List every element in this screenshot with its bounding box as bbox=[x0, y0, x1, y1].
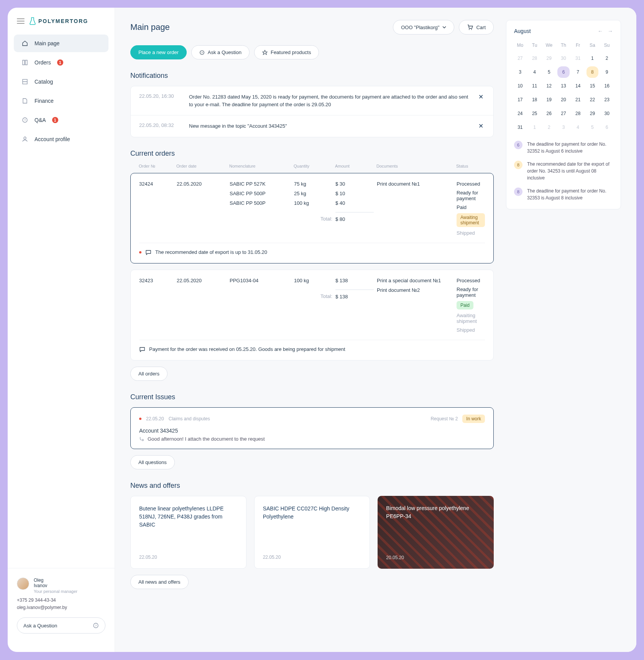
calendar-day[interactable]: 6 bbox=[601, 122, 613, 133]
news-card[interactable]: SABIC HDPE CC027C High Density Polyethyl… bbox=[254, 496, 370, 569]
calendar-day[interactable]: 28 bbox=[572, 108, 584, 119]
orders-header: Order № Order date Nomenclature Quantity… bbox=[130, 164, 494, 173]
news-date: 22.05.20 bbox=[263, 555, 361, 560]
button-label: All orders bbox=[138, 371, 159, 377]
calendar-day[interactable]: 17 bbox=[514, 94, 526, 105]
calendar-day[interactable]: 30 bbox=[601, 108, 613, 119]
calendar-day[interactable]: 9 bbox=[601, 66, 613, 78]
calendar-day[interactable]: 16 bbox=[601, 80, 613, 92]
col-quantity: Quantity bbox=[294, 164, 332, 168]
reply-icon bbox=[139, 436, 145, 441]
nav-orders[interactable]: Orders 1 bbox=[14, 54, 108, 71]
company-selector[interactable]: OOO "Plastikorg" bbox=[393, 20, 454, 35]
place-order-button[interactable]: Place a new order bbox=[130, 45, 187, 59]
nav-profile[interactable]: Account profile bbox=[14, 130, 108, 148]
ask-question-button-top[interactable]: ? Ask a Question bbox=[191, 45, 250, 59]
calendar-day[interactable]: 4 bbox=[529, 66, 541, 78]
nav-finance[interactable]: Finance bbox=[14, 92, 108, 110]
calendar-day[interactable]: 30 bbox=[557, 53, 570, 64]
menu-icon[interactable] bbox=[17, 18, 25, 24]
calendar-day[interactable]: 31 bbox=[572, 53, 584, 64]
calendar-day[interactable]: 14 bbox=[572, 80, 584, 92]
nav-catalog[interactable]: Catalog bbox=[14, 73, 108, 91]
calendar-events: 6The deadline for payment for order No. … bbox=[514, 141, 613, 201]
notification-text: New message in the topic "Account 343425… bbox=[189, 122, 469, 130]
news-title: Bimodal low pressure polyethylene PE6PP-… bbox=[386, 504, 485, 520]
calendar-day[interactable]: 26 bbox=[543, 108, 555, 119]
calendar-day[interactable]: 3 bbox=[557, 122, 570, 133]
all-news-button[interactable]: All news and offers bbox=[130, 575, 189, 589]
close-icon[interactable]: ✕ bbox=[477, 93, 485, 100]
calendar-next-button[interactable]: → bbox=[608, 28, 613, 34]
calendar-day[interactable]: 15 bbox=[586, 80, 599, 92]
all-questions-button[interactable]: All questions bbox=[130, 455, 175, 469]
order-card[interactable]: 32424 22.05.2020 SABIC PP 527KSABIC PP 5… bbox=[130, 173, 494, 263]
news-card[interactable]: Bimodal low pressure polyethylene PE6PP-… bbox=[378, 496, 494, 569]
calendar-day[interactable]: 6 bbox=[557, 66, 570, 78]
calendar-event: 8The recommended date for the export of … bbox=[514, 161, 613, 181]
calendar-day[interactable]: 3 bbox=[514, 66, 526, 78]
calendar-prev-button[interactable]: ← bbox=[598, 28, 603, 34]
order-amount: $ 138$ 138 bbox=[335, 278, 374, 300]
calendar-day[interactable]: 24 bbox=[514, 108, 526, 119]
calendar-day[interactable]: 2 bbox=[601, 53, 613, 64]
calendar-day[interactable]: 2 bbox=[543, 122, 555, 133]
brand-logo[interactable]: POLYMERTORG bbox=[29, 17, 88, 25]
nav-qa[interactable]: ? Q&A 1 bbox=[14, 111, 108, 129]
calendar-dow: Sa bbox=[586, 40, 599, 50]
calendar-day[interactable]: 29 bbox=[543, 53, 555, 64]
ask-question-button[interactable]: Ask a Question ? bbox=[17, 617, 105, 634]
order-nomenclature: SABIC PP 527KSABIC PP 500PSABIC PP 500P bbox=[230, 181, 291, 206]
calendar-day[interactable]: 22 bbox=[586, 94, 599, 105]
calendar-day[interactable]: 5 bbox=[543, 66, 555, 78]
status-text: Ready for payment bbox=[457, 190, 485, 201]
calendar-day[interactable]: 23 bbox=[601, 94, 613, 105]
event-day-badge: 8 bbox=[514, 161, 522, 169]
calendar-day[interactable]: 27 bbox=[514, 53, 526, 64]
document-icon bbox=[21, 97, 28, 104]
document-link[interactable]: Print document №1 bbox=[377, 181, 453, 187]
calendar-day[interactable]: 7 bbox=[572, 66, 584, 78]
calendar-day[interactable]: 8 bbox=[586, 66, 599, 78]
col-documents: Documents bbox=[376, 164, 453, 168]
all-orders-button[interactable]: All orders bbox=[130, 367, 168, 381]
calendar-day[interactable]: 10 bbox=[514, 80, 526, 92]
badge: 1 bbox=[52, 117, 58, 123]
calendar-day[interactable]: 5 bbox=[586, 122, 599, 133]
order-note: Payment for the order was received on 05… bbox=[139, 340, 485, 352]
calendar-day[interactable]: 21 bbox=[572, 94, 584, 105]
svg-point-4 bbox=[24, 137, 26, 139]
calendar-day[interactable]: 27 bbox=[557, 108, 570, 119]
nav-main[interactable]: Main page bbox=[14, 35, 108, 52]
order-card[interactable]: 32423 22.05.2020 PPG1034-04 100 kgTotal:… bbox=[130, 270, 494, 360]
calendar-day[interactable]: 12 bbox=[543, 80, 555, 92]
calendar-day[interactable]: 28 bbox=[529, 53, 541, 64]
calendar-day[interactable]: 18 bbox=[529, 94, 541, 105]
calendar-month: August bbox=[514, 28, 531, 34]
button-label: Cart bbox=[476, 25, 486, 30]
document-link[interactable]: Print document №2 bbox=[377, 287, 453, 293]
calendar-day[interactable]: 4 bbox=[572, 122, 584, 133]
calendar-day[interactable]: 20 bbox=[557, 94, 570, 105]
star-icon bbox=[262, 50, 268, 55]
order-nomenclature: PPG1034-04 bbox=[230, 278, 291, 283]
manager-name: Oleg bbox=[34, 578, 43, 583]
calendar-day[interactable]: 29 bbox=[586, 108, 599, 119]
calendar-day[interactable]: 1 bbox=[586, 53, 599, 64]
cart-button[interactable]: Cart bbox=[459, 20, 494, 35]
calendar-day[interactable]: 25 bbox=[529, 108, 541, 119]
document-link[interactable]: Print a special document №1 bbox=[377, 278, 453, 283]
calendar-day[interactable]: 1 bbox=[529, 122, 541, 133]
order-note: The recommended date of export is up to … bbox=[139, 243, 485, 255]
calendar-day[interactable]: 11 bbox=[529, 80, 541, 92]
button-label: Ask a Question bbox=[208, 49, 242, 55]
calendar-day[interactable]: 31 bbox=[514, 122, 526, 133]
calendar-day[interactable]: 19 bbox=[543, 94, 555, 105]
close-icon[interactable]: ✕ bbox=[477, 122, 485, 130]
featured-products-button[interactable]: Featured products bbox=[254, 45, 319, 59]
nav-label: Q&A bbox=[34, 117, 46, 123]
news-card[interactable]: Butene linear polyethylenes LLDPE 518NJ,… bbox=[130, 496, 246, 569]
calendar-day[interactable]: 13 bbox=[557, 80, 570, 92]
issue-card[interactable]: 22.05.20 Claims and disputes Request № 2… bbox=[130, 407, 494, 449]
svg-point-8 bbox=[471, 29, 472, 30]
